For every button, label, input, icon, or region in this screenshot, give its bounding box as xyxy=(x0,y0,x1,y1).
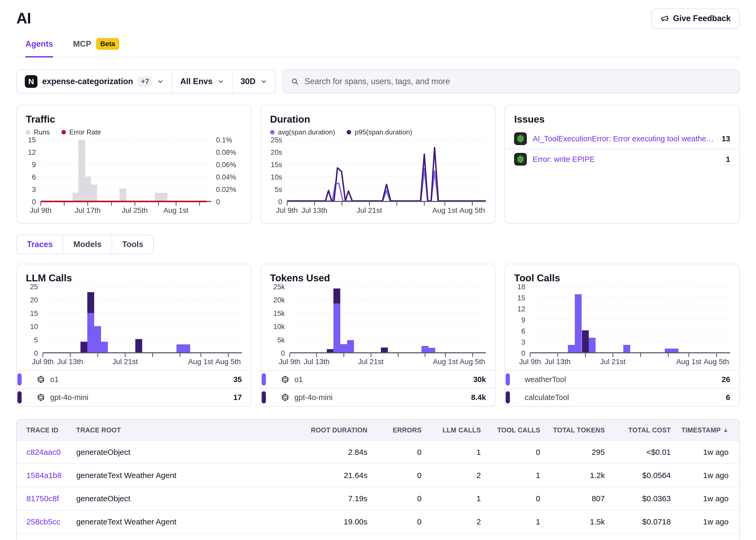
top-panels-row: Traffic RunsError Rate 0369121500.02%0.0… xyxy=(16,105,740,223)
series-row[interactable]: o130k xyxy=(261,370,495,388)
tokens-used-plot xyxy=(290,287,486,353)
give-feedback-button[interactable]: Give Feedback xyxy=(651,8,740,29)
column-header-llm_calls[interactable]: LLM CALLS xyxy=(428,426,487,434)
llm-calls-chart: 0510152025Jul 9thJul 13thJul 21stAug 1st… xyxy=(26,287,242,367)
bar xyxy=(381,287,388,352)
search-input[interactable] xyxy=(304,76,731,86)
bar xyxy=(421,287,428,352)
series-row[interactable]: weatherTool26 xyxy=(505,370,739,388)
traffic-plot xyxy=(41,140,211,202)
column-header-root_duration[interactable]: ROOT DURATION xyxy=(308,426,374,434)
bar xyxy=(101,287,108,352)
errors-cell: 0 xyxy=(374,517,428,526)
issue-row[interactable]: Error: write EPIPE 1 xyxy=(505,149,739,169)
bar xyxy=(428,287,435,352)
bar xyxy=(327,287,334,352)
filter-row: N expense-categorization +7 All Envs 30D xyxy=(16,69,740,93)
tool_calls-cell: 0 xyxy=(487,448,546,457)
trace-id-link[interactable]: c824aac0 xyxy=(26,448,61,457)
llm-calls-series-rows: o135gpt-4o-mini17 xyxy=(26,370,242,406)
issue-link[interactable]: AI_ToolExecutionError: Error executing t… xyxy=(532,134,716,143)
issue-link[interactable]: Error: write EPIPE xyxy=(532,155,720,164)
env-filter-label: All Envs xyxy=(180,77,212,86)
bar xyxy=(80,287,87,352)
legend-item: Error Rate xyxy=(62,128,101,136)
bar xyxy=(347,287,354,352)
issue-row[interactable]: AI_ToolExecutionError: Error executing t… xyxy=(505,129,739,149)
duration-panel: Duration avg(span.duration)p95(span.dura… xyxy=(261,105,496,223)
search-bar xyxy=(282,69,740,93)
root_duration-cell: 21.64s xyxy=(308,471,374,480)
column-header-tool_calls[interactable]: TOOL CALLS xyxy=(487,426,546,434)
series-value: 26 xyxy=(722,375,730,384)
tokens-used-chart: 05k10k15k20k25kJul 9thJul 13thJul 21stAu… xyxy=(270,287,486,367)
timestamp-link[interactable]: 1w ago xyxy=(703,448,729,457)
series-row[interactable]: gpt-4o-mini17 xyxy=(17,388,251,406)
llm_calls-cell: 2 xyxy=(428,517,487,526)
subtab-models[interactable]: Models xyxy=(63,235,111,254)
subtab-tools[interactable]: Tools xyxy=(111,235,153,254)
llm_calls-cell: 1 xyxy=(428,494,487,503)
table-row[interactable]: 1584a1b8generateText Weather Agent21.64s… xyxy=(17,464,739,487)
table-row[interactable]: c824aac0generateObject2.84s010295<$0.011… xyxy=(17,440,739,464)
series-row[interactable]: gpt-4o-mini8.4k xyxy=(261,388,495,406)
subtab-traces[interactable]: Traces xyxy=(17,235,63,254)
table-header: TRACE IDTRACE ROOTROOT DURATIONERRORSLLM… xyxy=(17,420,739,440)
table-row[interactable]: 90605f78generateObject728.00ms010263<$0.… xyxy=(17,533,739,540)
trace-id-link[interactable]: 258cb5cc xyxy=(26,517,60,526)
ai-dashboard-page: AI Give Feedback Agents MCP Beta N expen… xyxy=(0,0,756,540)
total_cost-cell: $0.0363 xyxy=(611,494,677,503)
trace_root-cell: generateText Weather Agent xyxy=(76,517,308,526)
tokens-used-series-rows: o130kgpt-4o-mini8.4k xyxy=(270,370,486,406)
panel-title: LLM Calls xyxy=(26,273,242,284)
column-header-trace_root[interactable]: TRACE ROOT xyxy=(76,426,308,434)
issue-count: 1 xyxy=(726,155,730,164)
root_duration-cell: 7.19s xyxy=(308,494,374,503)
env-filter-dropdown[interactable]: All Envs xyxy=(172,70,232,93)
trace-id-link[interactable]: 81750c8f xyxy=(26,494,59,503)
column-header-errors[interactable]: ERRORS xyxy=(374,426,428,434)
series-value: 35 xyxy=(233,375,241,384)
timestamp-link[interactable]: 1w ago xyxy=(703,471,729,480)
timestamp-link[interactable]: 1w ago xyxy=(703,517,729,526)
trace_root-cell: generateObject xyxy=(76,494,308,503)
timestamp-link[interactable]: 1w ago xyxy=(703,494,729,503)
llm_calls-cell: 1 xyxy=(428,448,487,457)
tool-calls-series-rows: weatherTool26calculateTool6 xyxy=(514,370,730,406)
series-row[interactable]: calculateTool6 xyxy=(505,388,739,406)
panel-title: Traffic xyxy=(26,114,242,125)
bug-gem-icon xyxy=(514,153,527,166)
column-header-total_cost[interactable]: TOTAL COST xyxy=(611,426,677,434)
series-row[interactable]: o135 xyxy=(17,370,251,388)
table-row[interactable]: 81750c8fgenerateObject7.19s010807$0.0363… xyxy=(17,487,739,510)
bug-gem-icon xyxy=(514,132,527,145)
tab-mcp[interactable]: MCP Beta xyxy=(73,38,119,58)
panel-title: Tool Calls xyxy=(514,273,730,284)
main-tabs: Agents MCP Beta xyxy=(16,38,740,58)
trace_root-cell: generateText Weather Agent xyxy=(76,471,308,480)
column-header-total_tokens[interactable]: TOTAL TOKENS xyxy=(546,426,611,434)
page-title: AI xyxy=(16,10,740,27)
total_tokens-cell: 1.2k xyxy=(546,471,611,480)
tool_calls-cell: 1 xyxy=(487,471,546,480)
tab-agents[interactable]: Agents xyxy=(25,38,53,58)
sub-tabs: Traces Models Tools xyxy=(16,235,154,254)
bar xyxy=(119,140,126,201)
chevron-down-icon xyxy=(218,78,224,85)
column-header-trace_id[interactable]: TRACE ID xyxy=(17,426,76,434)
traffic-legend: RunsError Rate xyxy=(26,128,242,136)
table-row[interactable]: 258cb5ccgenerateText Weather Agent19.00s… xyxy=(17,510,739,533)
bar xyxy=(94,287,101,352)
total_cost-cell: $0.0564 xyxy=(611,471,677,480)
bar xyxy=(575,287,582,352)
trace-id-link[interactable]: 1584a1b8 xyxy=(26,471,62,479)
column-header-timestamp[interactable]: TIMESTAMP xyxy=(677,426,739,434)
duration-plot xyxy=(287,140,486,202)
megaphone-icon xyxy=(660,14,669,23)
date-range-label: 30D xyxy=(240,77,256,86)
bar xyxy=(582,287,589,352)
project-filter-dropdown[interactable]: N expense-categorization +7 xyxy=(17,70,172,93)
date-range-dropdown[interactable]: 30D xyxy=(232,70,275,93)
beta-badge: Beta xyxy=(96,38,119,50)
total_cost-cell: $0.0718 xyxy=(611,517,677,526)
